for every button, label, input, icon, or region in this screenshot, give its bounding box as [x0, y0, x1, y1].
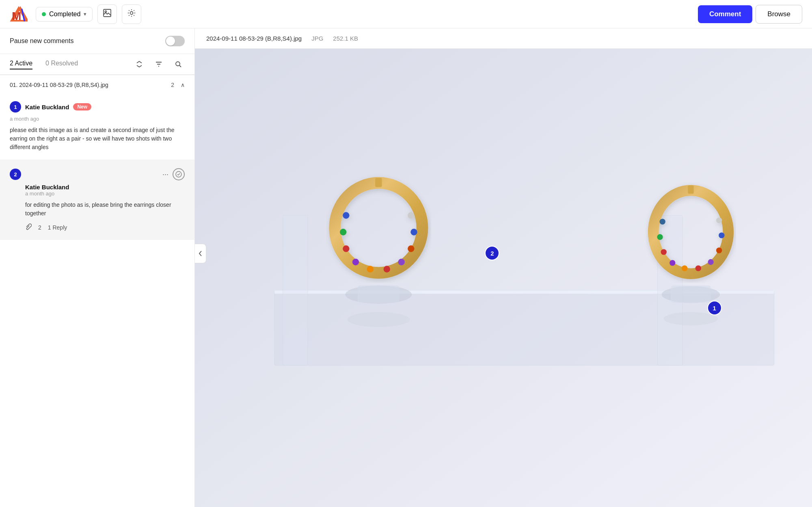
image-view-button[interactable] — [97, 4, 117, 24]
status-dot — [42, 12, 46, 16]
filter-button[interactable] — [152, 58, 165, 71]
svg-point-19 — [367, 266, 374, 272]
comment-2-actions: ··· — [162, 168, 185, 180]
file-info-type: JPG — [311, 35, 323, 42]
comment-1-badge: New — [73, 103, 91, 110]
comments-sidebar: Pause new comments 2 Active 0 Resolved — [0, 28, 195, 507]
svg-point-29 — [661, 249, 667, 255]
comment-card-2: 2 ··· Katie Buckland — [0, 160, 194, 240]
svg-point-18 — [352, 259, 359, 265]
settings-button[interactable] — [122, 4, 141, 24]
tab-actions — [133, 58, 185, 71]
svg-point-21 — [398, 259, 405, 265]
svg-point-6 — [130, 12, 133, 15]
comment-2-footer: 2 1 Reply — [25, 223, 185, 231]
svg-rect-39 — [358, 285, 400, 303]
svg-point-30 — [669, 260, 675, 266]
pause-label: Pause new comments — [10, 37, 73, 45]
comment-2-header: 2 ··· — [10, 168, 185, 180]
tab-resolved[interactable]: 0 Resolved — [45, 60, 78, 69]
svg-point-42 — [347, 312, 410, 327]
comment-1-time: a month ago — [10, 116, 185, 122]
status-label: Completed — [49, 11, 80, 18]
svg-point-17 — [343, 245, 349, 252]
image-icon — [103, 9, 112, 20]
svg-rect-25 — [375, 178, 382, 187]
svg-point-24 — [408, 212, 414, 219]
svg-rect-37 — [688, 185, 693, 194]
comment-tabs: 2 Active 0 Resolved — [0, 54, 194, 75]
chevron-up-icon[interactable]: ∧ — [181, 82, 185, 88]
attachment-count: 2 — [38, 224, 41, 231]
pause-comments-bar: Pause new comments — [0, 28, 194, 54]
svg-point-43 — [664, 312, 718, 325]
image-viewer[interactable]: 2 1 — [195, 49, 812, 507]
svg-point-28 — [657, 234, 663, 240]
svg-point-32 — [695, 265, 701, 271]
header-actions: Comment Browse — [698, 5, 802, 24]
svg-rect-41 — [671, 285, 710, 303]
comment-2-text: for editing the photo as is, please brin… — [25, 201, 185, 218]
comment-1-text: please edit this image as is and create … — [10, 126, 185, 152]
annotation-marker-1[interactable]: 1 — [707, 301, 722, 315]
resolve-button[interactable] — [173, 168, 185, 180]
toggle-knob — [166, 37, 175, 46]
svg-point-27 — [660, 219, 665, 224]
comment-1-number: 1 — [10, 101, 21, 113]
app-header: M Completed ▾ Comment Browse — [0, 0, 812, 28]
svg-point-23 — [410, 229, 417, 235]
comment-2-author: Katie Buckland — [25, 184, 185, 191]
comments-list: 01. 2024-09-11 08-53-29 (B,R8,S4).jpg 2 … — [0, 75, 194, 507]
svg-rect-4 — [104, 9, 111, 17]
earring-image — [195, 49, 812, 507]
content-area: 2024-09-11 08-53-29 (B,R8,S4).jpg JPG 25… — [195, 28, 812, 507]
file-group-name: 01. 2024-09-11 08-53-29 (B,R8,S4).jpg — [10, 82, 108, 88]
file-group-count: 2 — [171, 82, 174, 88]
svg-point-36 — [716, 217, 722, 223]
pause-toggle[interactable] — [165, 36, 185, 46]
svg-text:M: M — [12, 10, 21, 22]
attachment-icon — [25, 223, 32, 231]
comment-1-author: Katie Buckland — [25, 104, 69, 110]
chevron-down-icon: ▾ — [84, 11, 86, 17]
svg-point-7 — [176, 62, 180, 66]
more-options-button[interactable]: ··· — [162, 170, 168, 179]
file-info-size: 252.1 KB — [333, 35, 358, 42]
comment-1-header: 1 Katie Buckland New — [10, 101, 185, 113]
sort-button[interactable] — [133, 58, 146, 71]
comment-card-1: 1 Katie Buckland New a month ago please … — [0, 93, 194, 160]
comment-2-header-left: 2 — [10, 169, 21, 180]
file-group-header: 01. 2024-09-11 08-53-29 (B,R8,S4).jpg 2 … — [0, 75, 194, 93]
main-content: Pause new comments 2 Active 0 Resolved — [0, 28, 812, 507]
svg-point-5 — [105, 11, 107, 13]
comment-2-number: 2 — [10, 169, 21, 180]
svg-point-35 — [719, 232, 724, 238]
file-info-bar: 2024-09-11 08-53-29 (B,R8,S4).jpg JPG 25… — [195, 28, 812, 49]
svg-point-16 — [340, 229, 346, 235]
app-logo: M — [10, 5, 28, 23]
svg-point-15 — [343, 212, 349, 219]
gear-icon — [127, 9, 136, 20]
svg-point-20 — [384, 266, 390, 272]
svg-point-22 — [408, 245, 414, 252]
comment-2-time: a month ago — [25, 191, 185, 197]
svg-point-33 — [708, 259, 713, 265]
reply-button[interactable]: 1 Reply — [48, 224, 67, 231]
svg-point-31 — [682, 265, 687, 271]
svg-rect-12 — [283, 215, 308, 365]
browse-button[interactable]: Browse — [756, 5, 802, 24]
tab-active[interactable]: 2 Active — [10, 60, 32, 69]
file-info-name: 2024-09-11 08-53-29 (B,R8,S4).jpg — [206, 35, 302, 42]
sidebar-collapse-button[interactable] — [195, 244, 206, 263]
search-button[interactable] — [172, 58, 185, 71]
status-dropdown[interactable]: Completed ▾ — [36, 7, 93, 22]
comment-button[interactable]: Comment — [698, 5, 752, 23]
svg-point-34 — [716, 247, 722, 253]
